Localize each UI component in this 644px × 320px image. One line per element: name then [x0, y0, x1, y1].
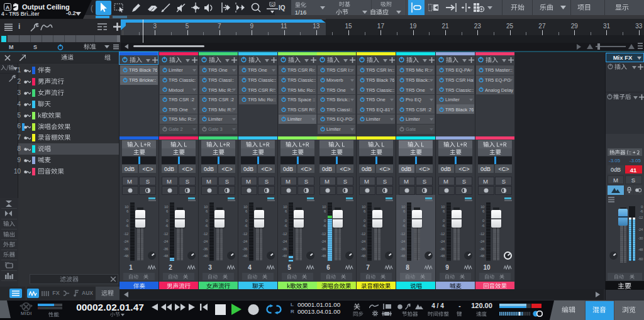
svg-text:Q: Q — [271, 3, 274, 6]
svg-text:A: A — [6, 4, 10, 11]
